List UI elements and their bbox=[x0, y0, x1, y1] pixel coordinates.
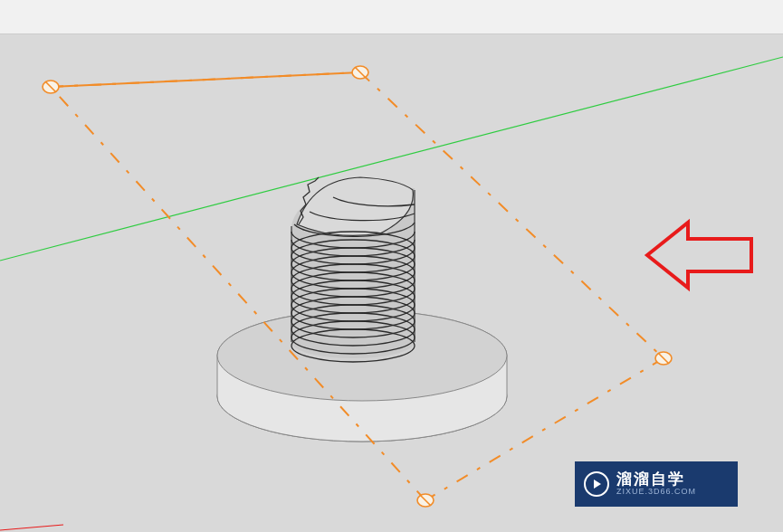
axis-red bbox=[0, 525, 63, 530]
watermark-badge: 溜溜自学 ZIXUE.3D66.COM bbox=[575, 461, 738, 507]
top-toolbar bbox=[0, 0, 783, 34]
watermark-subtitle: ZIXUE.3D66.COM bbox=[616, 488, 696, 497]
scene-svg bbox=[0, 34, 783, 532]
threaded-shaft bbox=[291, 177, 415, 362]
svg-marker-31 bbox=[647, 223, 751, 288]
play-icon bbox=[584, 471, 609, 497]
watermark-title: 溜溜自学 bbox=[616, 471, 696, 489]
annotation-arrow bbox=[647, 223, 751, 288]
viewport-3d[interactable]: 溜溜自学 ZIXUE.3D66.COM bbox=[0, 34, 783, 532]
